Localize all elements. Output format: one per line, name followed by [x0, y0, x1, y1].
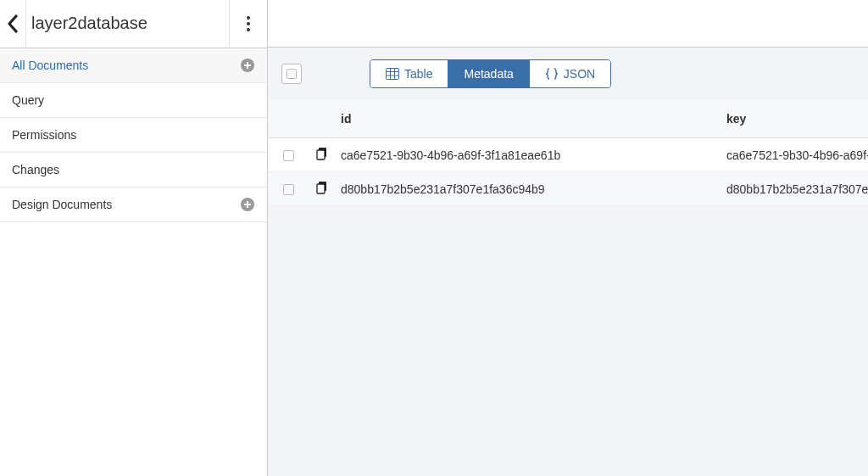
row-key[interactable]: d80bb17b2b5e231a7f307e1fa36c94b9 [720, 172, 868, 206]
row-checkbox[interactable] [283, 150, 294, 161]
documents-table: id key ca6e7521-9b30-4b96-a69f-3f1a81eae… [268, 100, 868, 206]
row-id[interactable]: ca6e7521-9b30-4b96-a69f-3f1a81eae61b [334, 138, 720, 172]
database-menu-button[interactable] [230, 0, 267, 48]
view-table-button[interactable]: Table [370, 60, 448, 87]
table-row[interactable]: d80bb17b2b5e231a7f307e1fa36c94b9d80bb17b… [268, 172, 868, 206]
sidebar-item-label: Design Documents [12, 198, 112, 211]
documents-table-wrap: id key ca6e7521-9b30-4b96-a69f-3f1a81eae… [268, 100, 868, 206]
svg-rect-15 [317, 150, 325, 160]
svg-point-2 [247, 28, 250, 31]
svg-point-1 [247, 22, 250, 25]
braces-icon [545, 68, 559, 80]
view-toggle: Table Metadata JSON [370, 59, 611, 88]
col-header-id[interactable]: id [334, 100, 720, 138]
view-json-button[interactable]: JSON [530, 60, 610, 87]
view-table-label: Table [404, 67, 432, 81]
col-header-check [268, 100, 309, 138]
sidebar-item-changes[interactable]: Changes [0, 153, 267, 188]
sidebar-item-design-documents[interactable]: Design Documents [0, 188, 267, 222]
sidebar-item-query[interactable]: Query [0, 83, 267, 118]
row-checkbox[interactable] [283, 184, 294, 195]
sidebar-nav: All DocumentsQueryPermissionsChangesDesi… [0, 48, 267, 222]
database-name: layer2database [25, 0, 230, 47]
col-header-icon [309, 100, 334, 138]
select-all-checkbox[interactable] [281, 64, 302, 84]
row-icon-cell [309, 172, 334, 206]
main-topbar [268, 0, 868, 48]
svg-rect-17 [317, 184, 325, 193]
view-metadata-label: Metadata [464, 67, 513, 81]
table-row[interactable]: ca6e7521-9b30-4b96-a69f-3f1a81eae61bca6e… [268, 138, 868, 172]
sidebar-item-label: All Documents [12, 59, 88, 72]
row-icon-cell [309, 138, 334, 172]
sidebar-item-all-documents[interactable]: All Documents [0, 48, 267, 83]
row-checkbox-cell [268, 138, 309, 172]
view-json-label: JSON [564, 67, 595, 81]
main-panel: Table Metadata JSON [268, 0, 868, 476]
svg-point-0 [247, 16, 250, 20]
add-icon[interactable] [240, 58, 255, 73]
table-header-row: id key [268, 100, 868, 138]
add-icon[interactable] [240, 197, 255, 212]
table-icon [386, 68, 399, 80]
toolbar: Table Metadata JSON [268, 48, 868, 100]
sidebar-header: layer2database [0, 0, 267, 48]
row-key[interactable]: ca6e7521-9b30-4b96-a69f-3f1a81eae61b [720, 138, 868, 172]
document-icon [315, 181, 329, 194]
sidebar: layer2database All DocumentsQueryPermiss… [0, 0, 268, 476]
back-button[interactable] [0, 0, 25, 48]
row-checkbox-cell [268, 172, 309, 206]
view-metadata-button[interactable]: Metadata [448, 60, 529, 87]
chevron-left-icon [7, 14, 19, 33]
svg-rect-9 [387, 69, 399, 80]
kebab-icon [247, 16, 250, 31]
row-id[interactable]: d80bb17b2b5e231a7f307e1fa36c94b9 [334, 172, 720, 206]
col-header-key[interactable]: key [720, 100, 868, 138]
sidebar-item-permissions[interactable]: Permissions [0, 118, 267, 153]
checkbox-indicator [287, 69, 297, 79]
sidebar-item-label: Permissions [12, 128, 76, 142]
document-icon [315, 147, 329, 160]
sidebar-item-label: Query [12, 93, 44, 107]
sidebar-item-label: Changes [12, 163, 59, 176]
